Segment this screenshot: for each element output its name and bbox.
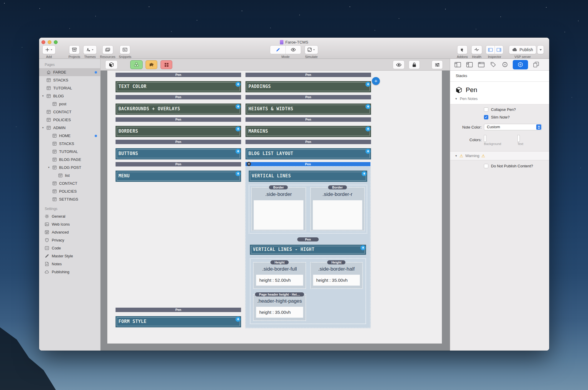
selected-pen-bar[interactable]: ✕Pen bbox=[245, 162, 370, 166]
pin-icon[interactable] bbox=[235, 149, 240, 154]
pen-stack-bar[interactable]: Pen bbox=[245, 117, 371, 122]
pen-stack-bar[interactable]: Pen bbox=[116, 117, 241, 122]
sidebar-item-blog-page[interactable]: BLOG PAGE bbox=[39, 156, 100, 164]
stack-header-buttons[interactable]: BUTTONS bbox=[116, 148, 241, 159]
pin-icon[interactable] bbox=[235, 104, 240, 109]
tab-stack-settings-icon[interactable] bbox=[513, 60, 528, 69]
sidebar-item-notes[interactable]: Notes bbox=[39, 260, 100, 268]
sidebar-item-master-style[interactable]: Master Style bbox=[39, 252, 100, 260]
sidebar-item-faroe[interactable]: FAROE bbox=[39, 68, 100, 76]
height-stack-side-border-full[interactable]: Height.side-border-fullheight : 52.00vh bbox=[253, 262, 306, 289]
sidebar-item-stacks[interactable]: STACKS bbox=[39, 76, 100, 84]
sidebar-item-general[interactable]: General bbox=[39, 212, 100, 220]
pen-stack-bar[interactable]: Pen bbox=[116, 73, 241, 77]
pin-icon[interactable] bbox=[235, 126, 240, 131]
sidebar-item-tutorial[interactable]: TUTORIAL bbox=[39, 84, 100, 92]
height-stack-header-hight-pages[interactable]: Page header height · Hei….header-hight-p… bbox=[253, 294, 306, 321]
slim-note-checkbox[interactable] bbox=[484, 115, 488, 119]
stack-header-text-color[interactable]: TEXT COLOR bbox=[116, 81, 241, 92]
right-inspector-button[interactable] bbox=[495, 46, 503, 54]
stack-header-borders[interactable]: BORDERS bbox=[116, 126, 241, 137]
inner-pen-bar[interactable]: Pen bbox=[249, 236, 367, 242]
disclosure-triangle[interactable] bbox=[46, 166, 52, 169]
stack-header-paddings[interactable]: PADDINGS bbox=[245, 81, 371, 92]
sidebar-item-settings[interactable]: SETTINGS bbox=[39, 195, 100, 203]
text-color-well[interactable] bbox=[517, 135, 520, 142]
pin-icon[interactable] bbox=[365, 82, 370, 87]
pin-icon[interactable] bbox=[360, 245, 365, 250]
sidebar-item-web-icons[interactable]: Web Icons bbox=[39, 220, 100, 228]
border-stack-side-border-r[interactable]: Border.side-border-r bbox=[310, 187, 365, 231]
templates-button[interactable] bbox=[161, 60, 172, 69]
disclosure-triangle[interactable] bbox=[40, 95, 46, 97]
stack-header-margins[interactable]: MARGINS bbox=[245, 126, 371, 137]
selected-pen-stack[interactable]: ✕PenVERTICAL LINESBorder.side-borderBord… bbox=[245, 162, 370, 328]
note-color-select[interactable]: Custom bbox=[484, 124, 542, 130]
projects-button[interactable] bbox=[69, 45, 80, 54]
lock-button[interactable] bbox=[409, 60, 420, 69]
stack-header-vertical-lines[interactable]: VERTICAL LINES bbox=[249, 171, 367, 182]
snippets-button[interactable] bbox=[120, 45, 130, 54]
stacks-group-button[interactable] bbox=[130, 60, 143, 69]
warning-section-header[interactable]: ▼ Warning bbox=[450, 151, 549, 160]
pin-icon[interactable] bbox=[365, 104, 370, 109]
pen-stack-bar[interactable]: Pen bbox=[116, 162, 241, 166]
sidebar-item-tutorial[interactable]: TUTORIAL bbox=[39, 148, 100, 156]
tab-theme-icon[interactable] bbox=[501, 61, 509, 69]
left-inspector-button[interactable] bbox=[486, 46, 495, 54]
add-button[interactable] bbox=[42, 45, 56, 54]
background-color-well[interactable] bbox=[484, 135, 486, 142]
pen-stack-bar[interactable]: Pen bbox=[245, 95, 371, 99]
pen-stack-bar[interactable]: Pen bbox=[116, 140, 241, 144]
pen-notes-section-header[interactable]: ▼ Pen Notes bbox=[450, 96, 549, 104]
sidebar-item-contact[interactable]: CONTACT bbox=[39, 179, 100, 187]
do-not-publish-checkbox[interactable] bbox=[484, 164, 488, 168]
sidebar-item-privacy[interactable]: Privacy bbox=[39, 236, 100, 244]
preview-mode-button[interactable] bbox=[285, 46, 301, 54]
disclosure-triangle[interactable] bbox=[40, 126, 46, 129]
publish-button[interactable]: Publish bbox=[509, 45, 536, 54]
health-button[interactable] bbox=[471, 45, 482, 54]
sidebar-item-policies[interactable]: POLICIES bbox=[39, 116, 100, 124]
stack-header-backgrounds-overlays[interactable]: BACKGROUNDS + OVERLAYS bbox=[116, 104, 241, 115]
sidebar-item-policies[interactable]: POLICIES bbox=[39, 187, 100, 195]
sidebar-item-post[interactable]: post bbox=[39, 100, 100, 108]
sidebar-item-admin[interactable]: ADMIN bbox=[39, 124, 100, 132]
sidebar-item-list[interactable]: list bbox=[39, 171, 100, 179]
collapse-pen-checkbox[interactable] bbox=[484, 107, 488, 112]
sidebar-item-code[interactable]: Code bbox=[39, 244, 100, 252]
tab-sidebar-layout-icon[interactable] bbox=[466, 61, 473, 69]
pin-icon[interactable] bbox=[235, 171, 240, 176]
pin-icon[interactable] bbox=[235, 82, 240, 87]
stack-header-form-style[interactable]: FORM STYLE bbox=[116, 316, 241, 327]
add-stack-button[interactable]: + bbox=[372, 77, 380, 85]
pen-stack-bar[interactable]: Pen bbox=[116, 308, 241, 312]
pin-icon[interactable] bbox=[365, 126, 370, 131]
stacks-library-button[interactable] bbox=[105, 60, 118, 69]
edit-mode-button[interactable] bbox=[270, 46, 285, 54]
pin-icon[interactable] bbox=[365, 149, 370, 154]
height-stack-side-border-half[interactable]: Height.side-border-halfheight : 35.00vh bbox=[310, 262, 363, 289]
sidebar-item-publishing[interactable]: Publishing bbox=[39, 268, 100, 276]
publish-options-button[interactable] bbox=[537, 45, 544, 54]
sidebar-item-home[interactable]: HOME bbox=[39, 132, 100, 140]
addons-button[interactable] bbox=[457, 45, 467, 54]
sidebar-item-stacks[interactable]: STACKS bbox=[39, 140, 100, 148]
stack-header-heights-widths[interactable]: HEIGHTS & WIDTHS bbox=[245, 104, 371, 115]
pin-icon[interactable] bbox=[362, 171, 367, 176]
stack-header-vertical-lines-hight[interactable]: VERTICAL LINES - HIGHT bbox=[250, 245, 366, 255]
sidebar-item-advanced[interactable]: Advanced bbox=[39, 228, 100, 236]
settings-sliders-button[interactable] bbox=[432, 60, 443, 69]
pen-stack-bar[interactable]: Pen bbox=[116, 95, 241, 99]
stack-header-blog-list-layout[interactable]: BLOG LIST LAYOUT bbox=[245, 148, 371, 159]
resources-button[interactable] bbox=[102, 45, 113, 54]
sidebar-item-blog[interactable]: BLOG bbox=[39, 92, 100, 100]
tab-page-layout-icon[interactable] bbox=[454, 61, 462, 69]
pin-icon[interactable] bbox=[235, 317, 240, 322]
sidebar-item-contact[interactable]: CONTACT bbox=[39, 108, 100, 116]
themes-button[interactable] bbox=[83, 45, 97, 54]
tab-metadata-icon[interactable] bbox=[489, 61, 497, 69]
tab-header-layout-icon[interactable] bbox=[477, 61, 485, 69]
tab-windows-icon[interactable] bbox=[532, 61, 540, 69]
pen-stack-bar[interactable]: Pen bbox=[245, 140, 371, 144]
